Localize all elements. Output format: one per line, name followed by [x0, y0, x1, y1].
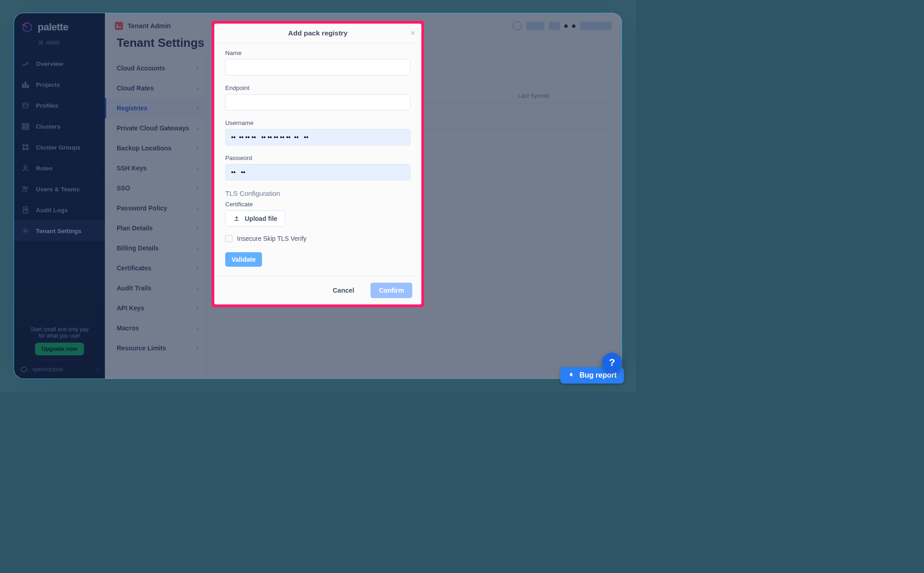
- upload-label: Upload file: [245, 215, 277, 222]
- viewport: palette Overview Projects Profiles: [0, 0, 636, 392]
- validate-button[interactable]: Validate: [225, 252, 262, 267]
- insecure-skip-label: Insecure Skip TLS Verify: [237, 235, 306, 242]
- upload-icon: [233, 215, 240, 222]
- name-label: Name: [225, 50, 410, 56]
- password-label: Password: [225, 154, 410, 161]
- upload-file-button[interactable]: Upload file: [225, 210, 285, 227]
- modal-footer: Cancel Confirm: [214, 276, 421, 304]
- checkbox-icon[interactable]: [225, 235, 232, 242]
- insecure-skip-tls-row[interactable]: Insecure Skip TLS Verify: [225, 235, 410, 242]
- help-icon: ?: [609, 357, 615, 369]
- cancel-button[interactable]: Cancel: [325, 283, 363, 298]
- help-button[interactable]: ?: [602, 353, 622, 373]
- certificate-label: Certificate: [225, 201, 410, 208]
- password-input[interactable]: [225, 164, 410, 180]
- modal-header: Add pack registry ×: [214, 24, 421, 43]
- endpoint-input[interactable]: [225, 94, 410, 110]
- modal-wrap: Add pack registry × Name Endpoint Userna…: [212, 21, 424, 307]
- username-input[interactable]: [225, 129, 410, 145]
- bug-icon: [568, 372, 575, 379]
- close-icon[interactable]: ×: [411, 29, 415, 37]
- name-input[interactable]: [225, 59, 410, 75]
- confirm-button[interactable]: Confirm: [371, 283, 412, 298]
- username-label: Username: [225, 120, 410, 126]
- endpoint-label: Endpoint: [225, 85, 410, 91]
- modal-highlight-border: Add pack registry × Name Endpoint Userna…: [212, 21, 424, 307]
- modal-body: Name Endpoint Username Password: [214, 43, 421, 276]
- modal-title: Add pack registry: [288, 29, 348, 37]
- tls-section-title: TLS Configuration: [225, 189, 410, 197]
- add-pack-registry-modal: Add pack registry × Name Endpoint Userna…: [214, 24, 421, 304]
